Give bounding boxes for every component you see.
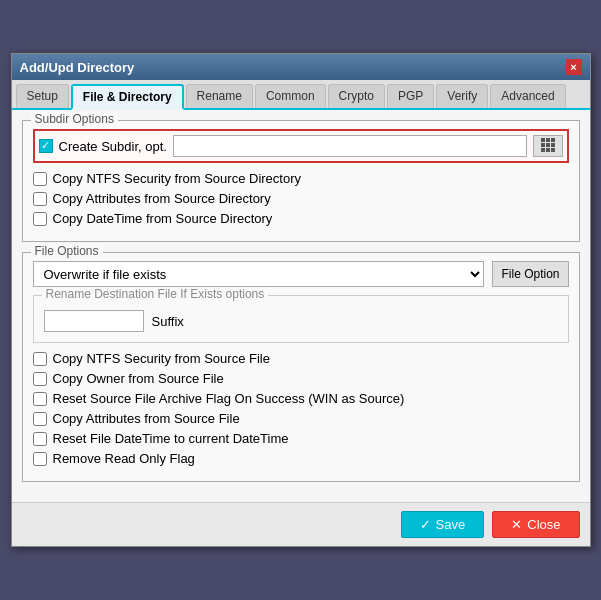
file-exists-dropdown[interactable]: Overwrite if file exists [33, 261, 485, 287]
reset-datetime-checkbox[interactable] [33, 432, 47, 446]
svg-rect-4 [546, 143, 550, 147]
copy-datetime-dir-checkbox[interactable] [33, 212, 47, 226]
copy-attrs-file-label: Copy Attributes from Source File [53, 411, 240, 426]
file-option-button[interactable]: File Option [492, 261, 568, 287]
svg-rect-7 [546, 148, 550, 152]
subdir-options-group: Subdir Options Create Subdir, opt. %TCD:… [22, 120, 580, 242]
svg-rect-2 [551, 138, 555, 142]
footer: ✓ Save ✕ Close [12, 502, 590, 546]
reset-datetime-label: Reset File DateTime to current DateTime [53, 431, 289, 446]
file-options-dropdown-row: Overwrite if file exists File Option [33, 261, 569, 287]
create-subdir-checkbox[interactable] [39, 139, 53, 153]
close-x-icon: ✕ [511, 517, 522, 532]
suffix-label: Suffix [152, 314, 184, 329]
copy-attrs-dir-row: Copy Attributes from Source Directory [33, 191, 569, 206]
tab-common[interactable]: Common [255, 84, 326, 108]
dialog-title: Add/Upd Directory [20, 60, 135, 75]
copy-ntfs-dir-label: Copy NTFS Security from Source Directory [53, 171, 302, 186]
svg-rect-5 [551, 143, 555, 147]
create-subdir-row: Create Subdir, opt. %TCD:WW: [33, 129, 569, 163]
svg-rect-1 [546, 138, 550, 142]
remove-readonly-checkbox[interactable] [33, 452, 47, 466]
copy-ntfs-file-row: Copy NTFS Security from Source File [33, 351, 569, 366]
copy-attrs-dir-label: Copy Attributes from Source Directory [53, 191, 271, 206]
copy-owner-row: Copy Owner from Source File [33, 371, 569, 386]
save-label: Save [436, 517, 466, 532]
svg-rect-8 [551, 148, 555, 152]
reset-archive-checkbox[interactable] [33, 392, 47, 406]
subdir-browse-button[interactable] [533, 135, 563, 157]
copy-datetime-dir-row: Copy DateTime from Source Directory [33, 211, 569, 226]
tab-rename[interactable]: Rename [186, 84, 253, 108]
subdir-input[interactable]: %TCD:WW: [173, 135, 527, 157]
file-options-group: File Options Overwrite if file exists Fi… [22, 252, 580, 482]
rename-group-label: Rename Destination File If Exists option… [42, 287, 269, 301]
copy-ntfs-file-label: Copy NTFS Security from Source File [53, 351, 270, 366]
copy-owner-label: Copy Owner from Source File [53, 371, 224, 386]
copy-ntfs-file-checkbox[interactable] [33, 352, 47, 366]
create-subdir-label: Create Subdir, opt. [59, 139, 167, 154]
tab-crypto[interactable]: Crypto [328, 84, 385, 108]
save-button[interactable]: ✓ Save [401, 511, 485, 538]
suffix-input[interactable] [44, 310, 144, 332]
copy-datetime-dir-label: Copy DateTime from Source Directory [53, 211, 273, 226]
copy-ntfs-dir-row: Copy NTFS Security from Source Directory [33, 171, 569, 186]
reset-archive-label: Reset Source File Archive Flag On Succes… [53, 391, 405, 406]
copy-attrs-file-row: Copy Attributes from Source File [33, 411, 569, 426]
close-label: Close [527, 517, 560, 532]
file-options-group-label: File Options [31, 244, 103, 258]
tab-verify[interactable]: Verify [436, 84, 488, 108]
remove-readonly-row: Remove Read Only Flag [33, 451, 569, 466]
title-bar: Add/Upd Directory × [12, 54, 590, 80]
svg-rect-3 [541, 143, 545, 147]
title-close-button[interactable]: × [566, 59, 582, 75]
copy-owner-checkbox[interactable] [33, 372, 47, 386]
tab-pgp[interactable]: PGP [387, 84, 434, 108]
suffix-row: Suffix [44, 310, 558, 332]
copy-attrs-file-checkbox[interactable] [33, 412, 47, 426]
reset-archive-row: Reset Source File Archive Flag On Succes… [33, 391, 569, 406]
tab-file-directory[interactable]: File & Directory [71, 84, 184, 110]
grid-browse-icon [540, 137, 556, 156]
copy-ntfs-dir-checkbox[interactable] [33, 172, 47, 186]
tab-advanced[interactable]: Advanced [490, 84, 565, 108]
subdir-group-label: Subdir Options [31, 112, 118, 126]
copy-attrs-dir-checkbox[interactable] [33, 192, 47, 206]
tab-bar: Setup File & Directory Rename Common Cry… [12, 80, 590, 110]
remove-readonly-label: Remove Read Only Flag [53, 451, 195, 466]
main-content: Subdir Options Create Subdir, opt. %TCD:… [12, 110, 590, 502]
dialog: Add/Upd Directory × Setup File & Directo… [11, 53, 591, 547]
svg-rect-6 [541, 148, 545, 152]
reset-datetime-row: Reset File DateTime to current DateTime [33, 431, 569, 446]
tab-setup[interactable]: Setup [16, 84, 69, 108]
close-button[interactable]: ✕ Close [492, 511, 579, 538]
svg-rect-0 [541, 138, 545, 142]
save-checkmark-icon: ✓ [420, 517, 431, 532]
rename-destination-group: Rename Destination File If Exists option… [33, 295, 569, 343]
